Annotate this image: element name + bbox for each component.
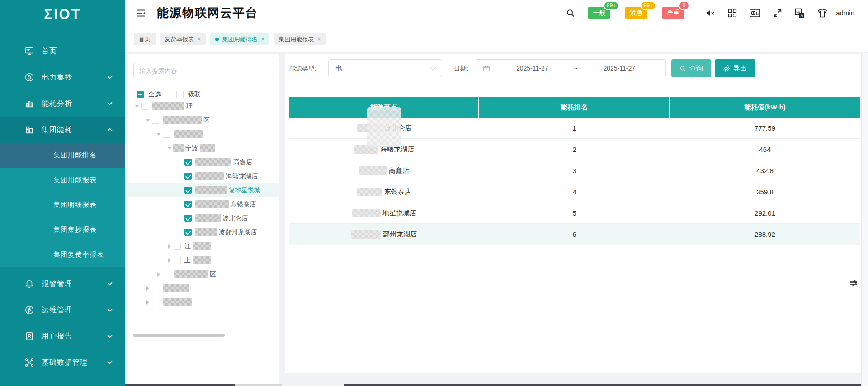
export-button-label: 导出 xyxy=(733,64,747,73)
sidebar-item-power-meter-reading[interactable]: 电力集抄 xyxy=(0,64,125,90)
tree-leaf[interactable]: 波鄞州龙湖店 xyxy=(128,225,279,239)
tab-home[interactable]: 首页 xyxy=(134,33,156,45)
tree-checkbox[interactable] xyxy=(184,229,192,236)
sidebar-item-user-report[interactable]: 用户报告 xyxy=(0,323,125,349)
collapse-arrow-icon[interactable] xyxy=(156,272,162,277)
select-all-checkbox[interactable] xyxy=(137,91,144,98)
tree-leaf-selected[interactable]: 复地星悦城 xyxy=(128,183,279,197)
collapse-arrow-icon[interactable] xyxy=(166,258,173,263)
alarm-badge-urgent[interactable]: 紧急 99+ xyxy=(625,7,647,19)
tree-node[interactable] xyxy=(128,295,279,309)
tree-node[interactable] xyxy=(128,127,279,141)
ranking-panel: 能源类型: 电 日期: 2025-11-27 ~ 2025-11-27 查询 导… xyxy=(285,54,861,373)
tree-checkbox[interactable] xyxy=(152,117,159,124)
column-header-value: 能耗值(kW·h) xyxy=(670,97,860,118)
collapse-sidebar-icon[interactable] xyxy=(135,7,147,19)
sidebar-item-alarm-management[interactable]: 报警管理 xyxy=(0,271,125,297)
tree-checkbox[interactable] xyxy=(174,243,181,250)
sidebar-item-base-data-management[interactable]: 基础数据管理 xyxy=(0,349,125,376)
expand-arrow-icon[interactable] xyxy=(156,133,162,136)
alarm-badge-critical[interactable]: 严重 0 xyxy=(662,7,684,19)
export-button[interactable]: 导出 xyxy=(715,59,755,77)
tree-checkbox[interactable] xyxy=(184,159,192,166)
tree-node[interactable]: 江 xyxy=(128,239,279,253)
sidebar-subitem-group-report[interactable]: 集团用能报表 xyxy=(0,168,125,193)
tree-checkbox[interactable] xyxy=(174,257,181,264)
apps-grid-icon[interactable] xyxy=(727,8,737,18)
close-icon[interactable]: × xyxy=(198,36,201,42)
node-name: 高鑫店 xyxy=(389,166,409,175)
tree-node[interactable]: 区 xyxy=(128,113,279,127)
user-name[interactable]: admin xyxy=(836,9,854,17)
alarm-count-badge: 99+ xyxy=(641,1,656,10)
sidebar-item-group-energy[interactable]: 集团能耗 xyxy=(0,117,125,143)
alarm-badge-general[interactable]: 一般 99+ xyxy=(588,7,610,19)
cell-value: 464 xyxy=(670,139,860,160)
tab-group-report[interactable]: 集团用能报表 × xyxy=(274,33,326,45)
vertical-scrollbar[interactable] xyxy=(861,53,868,386)
bottom-scrollbar-segment[interactable] xyxy=(125,384,235,386)
expand-arrow-icon[interactable] xyxy=(134,105,140,108)
close-icon[interactable]: × xyxy=(261,36,265,42)
tab-group-ranking[interactable]: 集团用能排名 × xyxy=(210,33,270,45)
tree-checkbox[interactable] xyxy=(152,285,159,292)
dashboard-chart-icon[interactable] xyxy=(749,8,761,18)
tree-leaf-label: 波北仑店 xyxy=(222,214,248,222)
tree-node[interactable] xyxy=(128,281,279,295)
tree-checkbox[interactable] xyxy=(163,131,170,138)
translate-icon[interactable]: 中A xyxy=(794,8,805,19)
tree-leaf[interactable]: 东银泰店 xyxy=(128,197,279,211)
sidebar-item-label: 能耗分析 xyxy=(42,99,108,108)
query-button[interactable]: 查询 xyxy=(671,59,711,77)
sidebar-subitem-label: 集团用能报表 xyxy=(53,176,97,184)
tree-node[interactable]: 宁波 xyxy=(128,141,279,155)
sidebar-subitem-group-tariff-report[interactable]: 集团复费率报表 xyxy=(0,242,125,267)
tree-leaf[interactable]: 波北仑店 xyxy=(128,211,279,225)
sidebar-subitem-group-ranking[interactable]: 集团用能排名 xyxy=(0,143,125,168)
close-icon[interactable]: × xyxy=(317,36,321,42)
tree-checkbox[interactable] xyxy=(184,215,192,222)
tree-search-input[interactable] xyxy=(133,63,274,79)
tree-node[interactable]: 上 xyxy=(128,253,279,267)
tree-leaf[interactable]: 海曙龙湖店 xyxy=(128,169,279,183)
expand-arrow-icon[interactable] xyxy=(145,119,151,122)
collapse-arrow-icon[interactable] xyxy=(145,300,151,305)
tree-node[interactable]: 区 xyxy=(128,267,279,281)
sidebar-subitem-group-detail-report[interactable]: 集团明细报表 xyxy=(0,193,125,217)
energy-type-select[interactable]: 电 xyxy=(328,59,442,77)
tree-node[interactable]: 理 xyxy=(128,99,279,113)
tree-node-label: 上 xyxy=(184,256,191,264)
bottom-scrollbar-segment[interactable] xyxy=(344,384,861,386)
expand-arrow-icon[interactable] xyxy=(166,147,173,150)
tree-leaf[interactable]: 高鑫店 xyxy=(128,155,279,169)
tree-node-label: 宁波 xyxy=(185,144,198,152)
fullscreen-icon[interactable] xyxy=(773,8,783,18)
sidebar-item-operations-management[interactable]: 运维管理 xyxy=(0,297,125,323)
censored-text xyxy=(193,242,211,250)
tree-checkbox[interactable] xyxy=(141,103,148,110)
search-icon[interactable] xyxy=(566,8,576,18)
tree-checkbox[interactable] xyxy=(184,201,192,208)
censored-text xyxy=(352,209,381,217)
collapse-arrow-icon[interactable] xyxy=(145,286,151,291)
theme-tshirt-icon[interactable] xyxy=(817,8,828,19)
column-settings-sliders-icon[interactable] xyxy=(849,278,858,287)
tab-tariff-report[interactable]: 复费率报表 × xyxy=(160,33,206,45)
tree-checkbox[interactable] xyxy=(152,299,159,306)
cascade-checkbox[interactable] xyxy=(176,91,184,98)
collapse-arrow-icon[interactable] xyxy=(166,244,173,249)
sidebar-subitem-group-meter-report[interactable]: 集团集抄报表 xyxy=(0,217,125,242)
sidebar-item-home[interactable]: 首页 xyxy=(0,38,125,64)
date-range-picker[interactable]: 2025-11-27 ~ 2025-11-27 xyxy=(476,59,666,77)
tree-checkbox[interactable] xyxy=(163,271,170,278)
censored-text xyxy=(351,230,381,239)
sidebar-item-energy-analysis[interactable]: 能耗分析 xyxy=(0,90,125,117)
tree-checkbox[interactable] xyxy=(184,187,192,194)
mute-icon[interactable] xyxy=(705,8,716,19)
tree-horizontal-scrollbar-thumb[interactable] xyxy=(133,334,225,337)
cell-value: 288.92 xyxy=(670,224,860,245)
bottom-scrollbar-segment[interactable] xyxy=(235,384,282,386)
tree-checkbox[interactable] xyxy=(184,173,192,180)
node-name: 东银泰店 xyxy=(384,188,411,196)
tree-select-controls: 全选 级联 xyxy=(137,90,201,99)
